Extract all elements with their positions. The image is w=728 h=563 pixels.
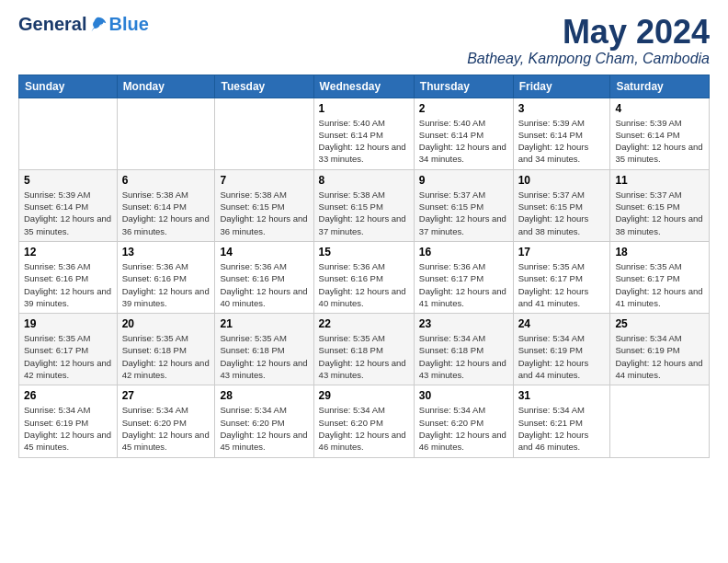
calendar-week-5: 26Sunrise: 5:34 AMSunset: 6:19 PMDayligh… bbox=[19, 385, 710, 457]
logo-text: General Blue bbox=[18, 14, 149, 35]
header-saturday: Saturday bbox=[610, 75, 710, 98]
day-number: 27 bbox=[122, 389, 210, 402]
day-number: 30 bbox=[419, 389, 508, 402]
title-area: May 2024 Batheay, Kampong Cham, Cambodia bbox=[467, 14, 710, 67]
table-row: 15Sunrise: 5:36 AMSunset: 6:16 PMDayligh… bbox=[313, 241, 414, 313]
page: General Blue May 2024 Batheay, Kampong C… bbox=[0, 0, 728, 472]
day-number: 4 bbox=[615, 102, 704, 115]
table-row: 12Sunrise: 5:36 AMSunset: 6:16 PMDayligh… bbox=[19, 241, 118, 313]
table-row: 26Sunrise: 5:34 AMSunset: 6:19 PMDayligh… bbox=[19, 385, 118, 457]
calendar-week-2: 5Sunrise: 5:39 AMSunset: 6:14 PMDaylight… bbox=[19, 169, 710, 241]
day-number: 24 bbox=[518, 317, 606, 330]
day-number: 1 bbox=[319, 102, 409, 115]
table-row: 11Sunrise: 5:37 AMSunset: 6:15 PMDayligh… bbox=[610, 169, 710, 241]
table-row: 14Sunrise: 5:36 AMSunset: 6:16 PMDayligh… bbox=[215, 241, 313, 313]
day-number: 22 bbox=[319, 317, 409, 330]
table-row: 6Sunrise: 5:38 AMSunset: 6:14 PMDaylight… bbox=[117, 169, 215, 241]
day-number: 17 bbox=[518, 246, 606, 259]
day-number: 28 bbox=[220, 389, 308, 402]
day-info: Sunrise: 5:39 AMSunset: 6:14 PMDaylight:… bbox=[24, 189, 112, 237]
day-number: 13 bbox=[122, 246, 210, 259]
table-row: 1Sunrise: 5:40 AMSunset: 6:14 PMDaylight… bbox=[313, 98, 414, 169]
day-number: 20 bbox=[122, 317, 210, 330]
table-row bbox=[19, 98, 118, 169]
table-row: 23Sunrise: 5:34 AMSunset: 6:18 PMDayligh… bbox=[414, 314, 513, 385]
calendar-week-4: 19Sunrise: 5:35 AMSunset: 6:17 PMDayligh… bbox=[19, 314, 710, 385]
table-row: 25Sunrise: 5:34 AMSunset: 6:19 PMDayligh… bbox=[610, 314, 710, 385]
header-wednesday: Wednesday bbox=[313, 75, 414, 98]
day-info: Sunrise: 5:37 AMSunset: 6:15 PMDaylight:… bbox=[615, 189, 704, 237]
day-info: Sunrise: 5:35 AMSunset: 6:17 PMDaylight:… bbox=[518, 260, 606, 309]
table-row: 7Sunrise: 5:38 AMSunset: 6:15 PMDaylight… bbox=[215, 169, 313, 241]
table-row: 21Sunrise: 5:35 AMSunset: 6:18 PMDayligh… bbox=[215, 314, 313, 385]
day-info: Sunrise: 5:40 AMSunset: 6:14 PMDaylight:… bbox=[419, 117, 508, 166]
day-info: Sunrise: 5:36 AMSunset: 6:16 PMDaylight:… bbox=[319, 260, 409, 309]
day-info: Sunrise: 5:36 AMSunset: 6:17 PMDaylight:… bbox=[419, 260, 508, 309]
day-info: Sunrise: 5:35 AMSunset: 6:18 PMDaylight:… bbox=[220, 332, 308, 381]
table-row bbox=[610, 385, 710, 457]
day-number: 18 bbox=[615, 246, 704, 259]
table-row: 13Sunrise: 5:36 AMSunset: 6:16 PMDayligh… bbox=[117, 241, 215, 313]
day-info: Sunrise: 5:36 AMSunset: 6:16 PMDaylight:… bbox=[220, 260, 308, 309]
day-info: Sunrise: 5:35 AMSunset: 6:18 PMDaylight:… bbox=[319, 332, 409, 381]
table-row: 2Sunrise: 5:40 AMSunset: 6:14 PMDaylight… bbox=[414, 98, 513, 169]
day-info: Sunrise: 5:34 AMSunset: 6:19 PMDaylight:… bbox=[518, 332, 606, 381]
day-info: Sunrise: 5:39 AMSunset: 6:14 PMDaylight:… bbox=[615, 117, 704, 166]
day-number: 3 bbox=[518, 102, 606, 115]
day-number: 9 bbox=[419, 174, 508, 187]
logo-blue: Blue bbox=[108, 14, 148, 35]
day-info: Sunrise: 5:38 AMSunset: 6:15 PMDaylight:… bbox=[319, 189, 409, 237]
day-info: Sunrise: 5:36 AMSunset: 6:16 PMDaylight:… bbox=[24, 260, 112, 309]
header-monday: Monday bbox=[117, 75, 215, 98]
day-number: 21 bbox=[220, 317, 308, 330]
table-row: 22Sunrise: 5:35 AMSunset: 6:18 PMDayligh… bbox=[313, 314, 414, 385]
day-number: 26 bbox=[24, 389, 112, 402]
day-number: 19 bbox=[24, 317, 112, 330]
day-number: 2 bbox=[419, 102, 508, 115]
calendar-week-1: 1Sunrise: 5:40 AMSunset: 6:14 PMDaylight… bbox=[19, 98, 710, 169]
day-number: 10 bbox=[518, 174, 606, 187]
table-row: 31Sunrise: 5:34 AMSunset: 6:21 PMDayligh… bbox=[513, 385, 610, 457]
day-number: 25 bbox=[615, 317, 704, 330]
table-row: 5Sunrise: 5:39 AMSunset: 6:14 PMDaylight… bbox=[19, 169, 118, 241]
day-info: Sunrise: 5:35 AMSunset: 6:17 PMDaylight:… bbox=[615, 260, 704, 309]
day-info: Sunrise: 5:34 AMSunset: 6:20 PMDaylight:… bbox=[220, 404, 308, 453]
table-row bbox=[117, 98, 215, 169]
day-info: Sunrise: 5:37 AMSunset: 6:15 PMDaylight:… bbox=[419, 189, 508, 237]
table-row: 29Sunrise: 5:34 AMSunset: 6:20 PMDayligh… bbox=[313, 385, 414, 457]
day-info: Sunrise: 5:34 AMSunset: 6:21 PMDaylight:… bbox=[518, 404, 606, 453]
day-info: Sunrise: 5:36 AMSunset: 6:16 PMDaylight:… bbox=[122, 260, 210, 309]
logo-general: General bbox=[18, 14, 86, 35]
header-sunday: Sunday bbox=[19, 75, 118, 98]
table-row: 19Sunrise: 5:35 AMSunset: 6:17 PMDayligh… bbox=[19, 314, 118, 385]
table-row: 28Sunrise: 5:34 AMSunset: 6:20 PMDayligh… bbox=[215, 385, 313, 457]
day-info: Sunrise: 5:38 AMSunset: 6:14 PMDaylight:… bbox=[122, 189, 210, 237]
day-info: Sunrise: 5:38 AMSunset: 6:15 PMDaylight:… bbox=[220, 189, 308, 237]
day-info: Sunrise: 5:34 AMSunset: 6:20 PMDaylight:… bbox=[319, 404, 409, 453]
day-info: Sunrise: 5:34 AMSunset: 6:20 PMDaylight:… bbox=[122, 404, 210, 453]
table-row: 30Sunrise: 5:34 AMSunset: 6:20 PMDayligh… bbox=[414, 385, 513, 457]
table-row: 8Sunrise: 5:38 AMSunset: 6:15 PMDaylight… bbox=[313, 169, 414, 241]
table-row: 16Sunrise: 5:36 AMSunset: 6:17 PMDayligh… bbox=[414, 241, 513, 313]
day-info: Sunrise: 5:34 AMSunset: 6:20 PMDaylight:… bbox=[419, 404, 508, 453]
month-title: May 2024 bbox=[467, 14, 710, 51]
table-row: 18Sunrise: 5:35 AMSunset: 6:17 PMDayligh… bbox=[610, 241, 710, 313]
day-number: 8 bbox=[319, 174, 409, 187]
table-row: 4Sunrise: 5:39 AMSunset: 6:14 PMDaylight… bbox=[610, 98, 710, 169]
day-number: 5 bbox=[24, 174, 112, 187]
table-row bbox=[215, 98, 313, 169]
day-number: 16 bbox=[419, 246, 508, 259]
calendar-week-3: 12Sunrise: 5:36 AMSunset: 6:16 PMDayligh… bbox=[19, 241, 710, 313]
header-friday: Friday bbox=[513, 75, 610, 98]
table-row: 3Sunrise: 5:39 AMSunset: 6:14 PMDaylight… bbox=[513, 98, 610, 169]
day-number: 23 bbox=[419, 317, 508, 330]
table-row: 20Sunrise: 5:35 AMSunset: 6:18 PMDayligh… bbox=[117, 314, 215, 385]
header-row: Sunday Monday Tuesday Wednesday Thursday… bbox=[19, 75, 710, 98]
day-info: Sunrise: 5:39 AMSunset: 6:14 PMDaylight:… bbox=[518, 117, 606, 166]
location-title: Batheay, Kampong Cham, Cambodia bbox=[467, 51, 710, 67]
day-number: 6 bbox=[122, 174, 210, 187]
header-thursday: Thursday bbox=[414, 75, 513, 98]
calendar-table: Sunday Monday Tuesday Wednesday Thursday… bbox=[18, 75, 710, 458]
day-info: Sunrise: 5:40 AMSunset: 6:14 PMDaylight:… bbox=[319, 117, 409, 166]
table-row: 9Sunrise: 5:37 AMSunset: 6:15 PMDaylight… bbox=[414, 169, 513, 241]
